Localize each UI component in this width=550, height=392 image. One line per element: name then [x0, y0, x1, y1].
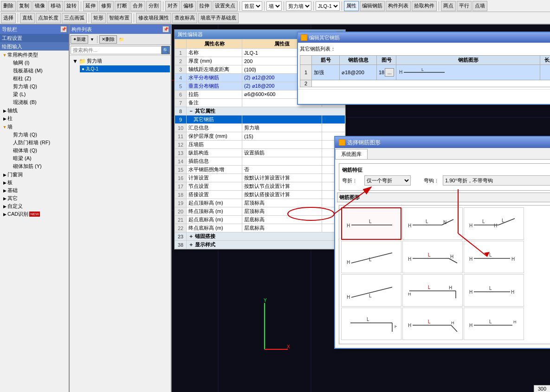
tree-row-cad[interactable]: ▶ CAD识别 NEW: [0, 210, 69, 218]
row-18-value[interactable]: 按默认搭接设置计算: [242, 191, 322, 199]
mirror-button[interactable]: 镜像: [32, 1, 47, 11]
comp-tree-root[interactable]: ▼ 📁 剪力墙: [71, 57, 170, 65]
merge-button[interactable]: 合并: [130, 1, 145, 11]
row-11-value[interactable]: (15): [242, 132, 322, 141]
row-9-name[interactable]: 其它钢筋: [187, 116, 242, 124]
prop-row-18[interactable]: 18 搭接设置 按默认搭接设置计算: [175, 191, 345, 199]
shape-item-7[interactable]: H L: [341, 274, 401, 307]
tree-row-masonry-rebar[interactable]: 砌体加筋 (Y): [6, 162, 69, 170]
comp-new-btn[interactable]: ✦ 新建: [71, 35, 88, 44]
prop-row-19[interactable]: 19 起点顶标高 (m) 层顶标高: [175, 199, 345, 207]
row-15-value[interactable]: 否: [242, 166, 322, 174]
row-9-value[interactable]: [242, 116, 322, 124]
tree-row-other[interactable]: ▶ 其它: [0, 194, 69, 202]
point-wall-button[interactable]: 点墙: [472, 1, 487, 11]
offset-button[interactable]: 偏移: [181, 1, 196, 11]
extend-button[interactable]: 延伸: [83, 1, 98, 11]
break-button[interactable]: 打断: [115, 1, 129, 11]
row-12-value[interactable]: [242, 141, 322, 149]
tree-row-slab[interactable]: 现浇板 (B): [6, 98, 69, 106]
setpoint-button[interactable]: 设置夹点: [213, 1, 238, 11]
rebar-row-2[interactable]: 2: [300, 80, 550, 87]
shape-item-5[interactable]: H L H: [402, 241, 463, 273]
shape-item-3[interactable]: H L L H: [464, 207, 524, 240]
row-20-value[interactable]: 层顶标高: [242, 207, 322, 216]
shape-item-10[interactable]: L H: [341, 308, 401, 340]
prop-row-23[interactable]: 23 ＋ 锚固搭接: [175, 232, 345, 241]
shape-item-2[interactable]: H L N: [402, 207, 463, 240]
tree-row-common[interactable]: ▼ 常用构件类型: [0, 51, 69, 59]
prop-row-13[interactable]: 13 纵筋构造 设置插筋: [175, 149, 345, 157]
prop-row-11[interactable]: 11 保护层厚度 (mm) (15): [175, 132, 345, 141]
floor-select[interactable]: 首层: [242, 1, 262, 11]
row-16-value[interactable]: 按默认计算设置计算: [242, 174, 322, 182]
rebar-1-info[interactable]: ⌀18@200: [340, 65, 377, 80]
prop-row-22[interactable]: 22 终点底标高 (m) 层底标高: [175, 224, 345, 232]
rebar-row-1[interactable]: 1 加强 ⌀18@200 18 ...: [300, 65, 550, 80]
trim-button[interactable]: 修剪: [99, 1, 114, 11]
point-length-button[interactable]: 点加长度: [36, 13, 61, 23]
rect-button[interactable]: 矩形: [91, 13, 106, 23]
pick-comp-button[interactable]: 拾取构件: [412, 1, 437, 11]
wall-type-select[interactable]: 墙: [266, 1, 282, 11]
two-point-button[interactable]: 两点: [441, 1, 456, 11]
prop-row-15[interactable]: 15 水平钢筋拐角增 否: [175, 166, 345, 174]
comp-delete-btn[interactable]: ✕ 删除: [99, 35, 117, 44]
prop-button[interactable]: 属性: [344, 1, 359, 11]
prop-row-14[interactable]: 14 插筋信息: [175, 157, 345, 166]
line-button[interactable]: 直线: [20, 13, 35, 23]
prop-row-21[interactable]: 21 起点底标高 (m) 层底标高: [175, 216, 345, 224]
row-22-value[interactable]: 层底标高: [242, 224, 322, 232]
comp-pin-btn[interactable]: 📌: [162, 26, 169, 32]
shape-item-12[interactable]: H L H: [464, 308, 524, 340]
prop-row-10[interactable]: 10 汇总信息 剪力墙: [175, 124, 345, 132]
tree-row-door[interactable]: ▶ 门窗洞: [0, 171, 69, 179]
tree-row-custom[interactable]: ▶ 自定义: [0, 202, 69, 210]
shape-item-8[interactable]: L H H: [402, 274, 463, 307]
rotate-button[interactable]: 旋转: [64, 1, 79, 11]
shape-item-11[interactable]: H L H: [402, 308, 463, 340]
row-17-value[interactable]: 按默认节点设置计算: [242, 182, 322, 191]
tree-row-pillar[interactable]: ▶ 柱: [0, 115, 69, 122]
move-button[interactable]: 移动: [48, 1, 63, 11]
delete-button[interactable]: 删除: [1, 1, 16, 11]
smart-layout-button[interactable]: 智能布置: [107, 13, 132, 23]
row-13-value[interactable]: 设置插筋: [242, 149, 322, 157]
bend-select[interactable]: 仅一个弯折 无弯折 两个弯折 三个弯折 四个弯折: [364, 175, 411, 186]
tree-row-sw2[interactable]: 剪力墙 (Q): [6, 131, 69, 139]
row-21-value[interactable]: 层底标高: [242, 216, 322, 224]
parallel-button[interactable]: 平行: [457, 1, 472, 11]
tree-row-grid[interactable]: 轴网 (I): [6, 59, 69, 67]
edit-rebar-button[interactable]: 编辑钢筋: [360, 1, 385, 11]
tree-row-wall[interactable]: ▼ 墙: [0, 123, 69, 131]
search-icon[interactable]: 🔍: [162, 46, 170, 54]
tree-row-col[interactable]: 框柱 (Z): [6, 75, 69, 83]
shape-item-4[interactable]: H L: [341, 241, 401, 273]
shape-item-9[interactable]: H L H: [464, 274, 524, 307]
prop-row-20[interactable]: 20 终点顶标高 (m) 层顶标高: [175, 207, 345, 216]
prop-row-16[interactable]: 16 计算设置 按默认计算设置计算: [175, 174, 345, 182]
tree-row-beam[interactable]: 梁 (L): [6, 90, 69, 98]
rebar-1-len[interactable]: 0: [540, 65, 550, 80]
tree-row-axis[interactable]: ▶ 轴线: [0, 107, 69, 115]
comp-search-input[interactable]: [71, 46, 162, 54]
row-19-value[interactable]: 层顶标高: [242, 199, 322, 207]
copy-button[interactable]: 复制: [17, 1, 32, 11]
rebar-1-fig-btn[interactable]: ...: [385, 68, 394, 77]
comp-id-select[interactable]: JLQ-1: [316, 1, 340, 11]
tree-row-foundation[interactable]: ▶ 基础: [0, 186, 69, 194]
rebar-1-type[interactable]: 加强: [312, 65, 340, 80]
prop-row-8[interactable]: 8 － 其它属性: [175, 107, 345, 116]
comp-type-select[interactable]: 剪力墙: [286, 1, 311, 11]
row-10-value[interactable]: 剪力墙: [242, 124, 322, 132]
prop-row-38[interactable]: 38 ＋ 显示样式: [175, 241, 345, 249]
tree-row-shearwall[interactable]: 剪力墙 (Q): [6, 83, 69, 90]
tree-row-hidden-beam[interactable]: 暗梁 (A): [6, 154, 69, 162]
stretch-button[interactable]: 拉伸: [197, 1, 212, 11]
comp-list-button[interactable]: 构件列表: [386, 1, 411, 11]
select-button[interactable]: 选择: [1, 13, 16, 23]
tree-row-rf[interactable]: 人防门框墙 (RF): [6, 139, 69, 147]
comp-item-jlq1[interactable]: ● JLQ-1: [80, 65, 170, 72]
hook-select[interactable]: 1.90°弯折，不带弯钩 2.带90°弯钩 3.带135°弯钩 4.带180°弯…: [443, 175, 550, 186]
rebar-1-fig[interactable]: 18 ...: [377, 65, 396, 80]
